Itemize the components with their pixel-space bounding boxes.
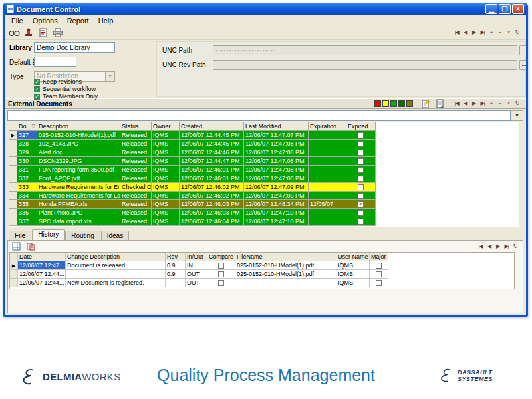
cell[interactable]: 328 [17,140,37,148]
table-row[interactable]: 328102_4143.JPGReleasedIQMS12/06/07 12:4… [9,140,519,148]
checkbox[interactable] [376,280,382,286]
add-document-icon[interactable] [420,98,432,109]
close-button[interactable]: × [512,4,524,14]
cell[interactable]: Plant Photo.JPG [37,209,120,217]
cell[interactable]: OUT [186,270,207,279]
cell[interactable]: 12/06/07 12:47:10 PM [244,209,309,217]
nav-delete-button[interactable]: − [496,29,503,37]
nav-insert-button[interactable]: + [487,100,495,108]
cell[interactable] [309,140,346,148]
nav-first-button[interactable]: |◀ [477,243,484,251]
cell[interactable]: IQMS [152,209,180,217]
column-header-major[interactable]: Major [370,253,388,261]
cell[interactable]: 330 [17,157,37,166]
filter-dropdown-button[interactable]: ▼ [511,110,523,121]
unc-rev-path-browse-button[interactable]: ... [519,60,528,70]
cell[interactable]: Alert.doc [37,148,120,157]
cell[interactable]: 12/06/07 12:47:09 PM [244,192,309,200]
table-row[interactable]: 331FDA reporting form 3500.pdfReleasedIQ… [9,166,519,174]
expired-checkbox-cell[interactable] [346,217,376,226]
checkbox-sequential-workflow[interactable]: ✓Sequential workflow [34,86,98,92]
column-header-expired[interactable]: Expired [346,122,376,131]
expired-checkbox-cell[interactable] [346,148,376,157]
nav-next-button[interactable]: ▶ [470,29,477,37]
expired-checkbox-cell[interactable] [346,174,376,183]
cell[interactable]: OUT [186,279,207,287]
cell[interactable] [309,131,346,140]
expired-checkbox-cell[interactable] [346,131,376,140]
cell[interactable]: 329 [17,148,37,157]
expired-checkbox[interactable]: ✓ [358,201,364,207]
column-header-user-name[interactable]: User Name [336,253,370,261]
nav-next-button[interactable]: ▶ [494,243,501,251]
table-row[interactable]: 333Hardware Requirements for EnteChecked… [9,183,519,192]
checkbox-box[interactable]: ✓ [34,94,40,100]
checkbox-cell[interactable] [370,261,388,270]
checkbox-cell[interactable] [370,270,388,279]
expired-checkbox-cell[interactable] [346,157,376,166]
cell[interactable]: Checked Ou [120,183,152,192]
column-header-created[interactable]: Created [180,122,244,131]
cell[interactable]: 12/06/07 12:44... [18,279,66,287]
cell[interactable] [66,270,166,279]
default-ext-input[interactable] [34,57,76,67]
cell[interactable]: 12/06/07 12:47:08 PM [244,157,309,166]
cell[interactable]: Ford_APQP.pdf [37,174,120,183]
cell[interactable]: Released [120,148,152,157]
expired-checkbox-cell[interactable] [346,183,376,192]
cell[interactable]: 12/06/07 12:44:45 PM [180,140,244,148]
cell[interactable]: Released [120,217,152,226]
nav-prior-button[interactable]: ◀ [462,29,469,37]
checkbox-cell[interactable] [207,270,235,279]
cell[interactable]: Released [120,131,152,140]
cell[interactable]: 12/06/07 12:44:46 PM [180,148,244,157]
nav-first-button[interactable]: |◀ [453,29,460,37]
nav-cancel-button[interactable]: × [505,100,512,108]
expired-checkbox[interactable] [358,176,364,182]
nav-last-button[interactable]: ▶| [503,243,510,251]
cell[interactable] [309,157,346,166]
nav-refresh-button[interactable]: ↻ [511,243,519,251]
report-icon[interactable] [37,27,49,38]
glasses-icon[interactable] [8,27,20,38]
column-header-status[interactable]: Status [120,122,152,131]
cell[interactable]: 12/06/07 12:44:45 PM [180,131,244,140]
column-header-description[interactable]: Description [37,122,120,131]
expired-checkbox[interactable] [358,219,364,225]
cell[interactable]: 335 [17,200,37,209]
cell[interactable]: IQMS [336,270,370,279]
tab-routing[interactable]: Routing [65,231,100,240]
print-icon[interactable] [52,27,64,38]
column-header-date[interactable]: Date [18,253,66,261]
cell[interactable]: 12/06/07 12:47:08 PM [244,166,309,174]
cell[interactable]: IQMS [152,148,180,157]
cell[interactable]: IQMS [152,157,180,166]
menu-options[interactable]: Options [28,17,63,25]
nav-next-button[interactable]: ▶ [470,100,477,108]
nav-first-button[interactable]: |◀ [453,100,460,108]
checkbox-cell[interactable] [207,261,235,270]
cell[interactable]: 12/06/07 12:46:02 PM [180,192,244,200]
checkbox[interactable] [218,263,224,269]
expired-checkbox[interactable] [358,150,364,156]
cell[interactable] [309,209,346,217]
cell[interactable]: IQMS [152,166,180,174]
cell[interactable]: 12/06/07 12:44:47 PM [180,157,244,166]
checkbox-team-members-only[interactable]: ✓Team Members Only [34,93,98,100]
cell[interactable]: Released [120,166,152,174]
stamp-icon[interactable] [23,27,35,38]
tab-history[interactable]: History [32,229,65,240]
checkbox-cell[interactable] [207,279,235,287]
cell[interactable]: 12/06/07 12:46:04 PM [180,217,244,226]
checkbox[interactable] [218,280,224,286]
column-header-owner[interactable]: Owner [152,122,180,131]
column-header-rev[interactable]: Rev [166,253,186,261]
column-header-do[interactable]: Do...▽ [17,122,37,131]
cell[interactable]: SPC data import.xls [37,217,120,226]
nav-insert-button[interactable]: + [487,29,495,37]
cell[interactable]: 12/06/07 12:47:07 PM [244,131,309,140]
cell[interactable]: 12/05/07 [309,200,346,209]
checkbox-keep-revisions[interactable]: ✓Keep revisions [34,78,98,85]
expired-checkbox[interactable] [358,158,364,164]
cell[interactable]: IQMS [152,140,180,148]
